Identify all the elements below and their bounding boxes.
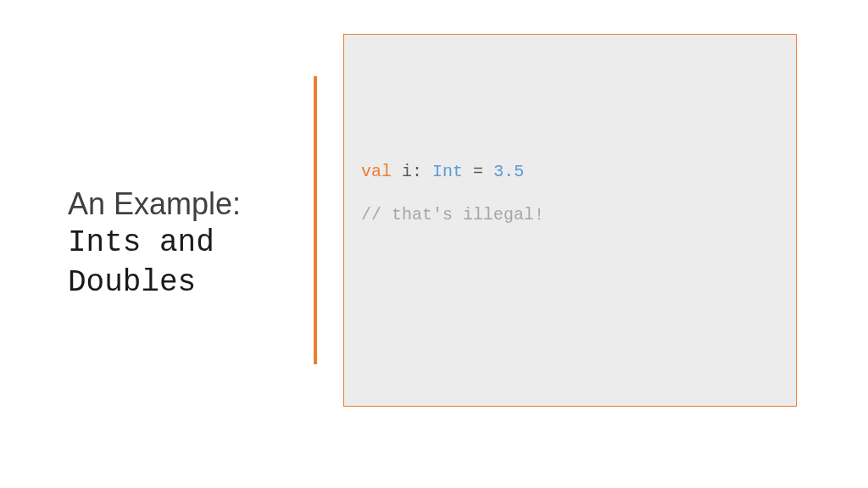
slide-container: An Example: Ints and Doubles val i: Int … — [0, 0, 868, 488]
code-line-2: // that's illegal! — [361, 205, 779, 225]
comment-text: // that's illegal! — [361, 205, 544, 225]
title-line-2: Ints and Doubles — [68, 224, 288, 303]
keyword-val: val — [361, 162, 392, 181]
title-panel: An Example: Ints and Doubles — [0, 186, 305, 303]
colon: : — [412, 162, 432, 181]
number-value: 3.5 — [493, 162, 524, 181]
equals-op: = — [473, 162, 483, 181]
code-line-1: val i: Int = 3.5 — [361, 162, 779, 181]
vertical-divider — [314, 76, 317, 364]
code-block: val i: Int = 3.5 // that's illegal! — [343, 34, 797, 407]
title-line-1: An Example: — [68, 186, 288, 222]
type-int: Int — [432, 162, 463, 181]
identifier: i — [402, 162, 412, 181]
